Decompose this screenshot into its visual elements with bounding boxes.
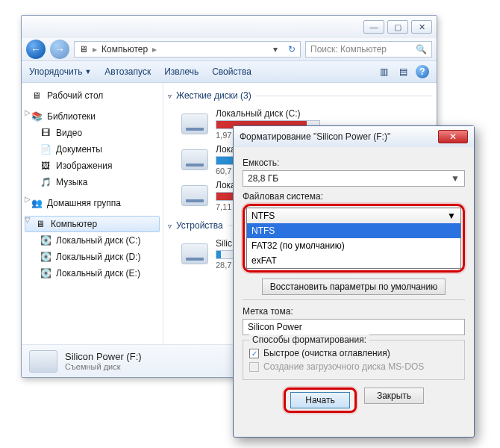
address-bar-row: ← → 🖥 ▸ Компьютер ▸ ▾ ↻ Поиск: Компьютер…	[22, 38, 437, 60]
format-methods-group: Способы форматирования: ✓ Быстрое (очист…	[243, 340, 465, 380]
chevron-icon[interactable]: ▷	[25, 108, 31, 116]
checkbox-disabled-icon	[249, 362, 259, 372]
nav-forward-button[interactable]: →	[50, 40, 69, 59]
dropdown-icon: ▼	[451, 173, 460, 184]
explorer-toolbar: Упорядочить▼ Автозапуск Извлечь Свойства…	[22, 60, 437, 83]
filesystem-select-open[interactable]: NTFS ▼ NTFS FAT32 (по умолчанию) exFAT	[246, 208, 461, 269]
extract-button[interactable]: Извлечь	[164, 66, 199, 77]
dialog-titlebar[interactable]: Форматирование "Silicon Power (F:)" ✕	[234, 126, 474, 147]
status-drive-name: Silicon Power (F:)	[65, 351, 142, 362]
category-label: Устройства	[176, 220, 223, 231]
format-dialog: Форматирование "Silicon Power (F:)" ✕ Ем…	[233, 125, 475, 438]
dialog-title-text: Форматирование "Silicon Power (F:)"	[240, 131, 390, 142]
quick-format-label: Быстрое (очистка оглавления)	[263, 348, 390, 358]
sidebar-label: Локальный диск (C:)	[56, 235, 141, 246]
capacity-value: 28,8 ГБ	[248, 173, 278, 184]
drive-icon: 💽	[40, 267, 51, 279]
sidebar-item-libraries[interactable]: 📚 Библиотеки	[22, 108, 163, 125]
properties-button[interactable]: Свойства	[212, 66, 251, 77]
drive-icon	[181, 113, 208, 134]
sidebar-item-computer[interactable]: 🖥 Компьютер	[25, 216, 160, 232]
sidebar-label: Домашняя группа	[47, 198, 121, 208]
collapse-icon: ▿	[168, 92, 172, 100]
computer-icon: 🖥	[34, 218, 46, 230]
fs-option-exfat[interactable]: exFAT	[247, 253, 460, 268]
sidebar-item-drive-c[interactable]: 💽Локальный диск (C:)	[22, 232, 163, 249]
sidebar-item-drive-d[interactable]: 💽Локальный диск (D:)	[22, 249, 163, 265]
sidebar-label: Изображения	[56, 161, 112, 171]
msdos-boot-checkbox-row: Создание загрузочного диска MS-DOS	[249, 360, 458, 373]
close-dialog-button[interactable]: Закрыть	[364, 388, 424, 404]
music-icon: 🎵	[40, 176, 51, 188]
help-icon[interactable]: ?	[416, 65, 429, 78]
highlight-start: Начать	[284, 388, 357, 413]
search-input[interactable]: Поиск: Компьютер 🔍	[305, 41, 432, 57]
sidebar-label: Документы	[56, 144, 102, 155]
view-icon[interactable]: ▥	[377, 65, 390, 78]
minimize-button[interactable]: —	[363, 20, 384, 34]
collapse-icon: ▿	[168, 222, 172, 230]
drive-icon	[29, 350, 57, 373]
computer-icon: 🖥	[79, 44, 88, 55]
highlight-filesystem: NTFS ▼ NTFS FAT32 (по умолчанию) exFAT	[243, 204, 465, 273]
category-hard-drives[interactable]: ▿ Жесткие диски (3)	[168, 89, 432, 105]
drive-name: Локальный диск (C:)	[216, 108, 432, 119]
images-icon: 🖼	[40, 160, 51, 172]
sidebar-item-images[interactable]: 🖼Изображения	[22, 158, 163, 174]
volume-label-input[interactable]: Silicon Power	[243, 319, 465, 335]
sidebar-label: Библиотеки	[47, 111, 96, 122]
chevron-down-icon[interactable]: ▽	[25, 216, 31, 224]
dialog-close-button[interactable]: ✕	[438, 130, 468, 143]
sidebar-label: Видео	[56, 128, 82, 138]
volume-label-value: Silicon Power	[248, 322, 302, 332]
sidebar-label: Музыка	[56, 177, 87, 187]
drive-icon: 💽	[40, 251, 51, 263]
breadcrumb-sep-icon: ▸	[152, 44, 157, 55]
address-dropdown-icon[interactable]: ▾	[273, 44, 278, 55]
sidebar-item-desktop[interactable]: 🖥 Рабочий стол	[22, 87, 163, 104]
capacity-select[interactable]: 28,8 ГБ ▼	[243, 170, 465, 187]
category-label: Жесткие диски (3)	[176, 90, 251, 101]
fs-option-fat32[interactable]: FAT32 (по умолчанию)	[247, 238, 460, 253]
filesystem-selected[interactable]: NTFS ▼	[247, 208, 460, 223]
refresh-icon[interactable]: ↻	[288, 44, 296, 55]
sidebar-label: Локальный диск (E:)	[56, 268, 140, 279]
checkbox-checked-icon[interactable]: ✓	[249, 349, 259, 358]
sidebar-item-drive-e[interactable]: 💽Локальный диск (E:)	[22, 265, 163, 281]
chevron-icon[interactable]: ▷	[25, 195, 31, 203]
sidebar-label: Локальный диск (D:)	[56, 252, 141, 262]
restore-defaults-button[interactable]: Восстановить параметры по умолчанию	[262, 279, 446, 295]
sidebar-item-video[interactable]: 🎞Видео	[22, 125, 163, 141]
close-button[interactable]: ✕	[411, 20, 432, 34]
nav-back-button[interactable]: ←	[26, 40, 46, 59]
search-placeholder: Поиск: Компьютер	[310, 44, 387, 55]
fs-option-ntfs[interactable]: NTFS	[247, 223, 460, 238]
sidebar-item-music[interactable]: 🎵Музыка	[22, 174, 163, 190]
sidebar-item-documents[interactable]: 📄Документы	[22, 141, 163, 158]
search-icon: 🔍	[416, 44, 427, 55]
dropdown-icon: ▼	[447, 211, 456, 221]
preview-pane-icon[interactable]: ▤	[396, 65, 410, 78]
organize-menu[interactable]: Упорядочить▼	[29, 66, 91, 77]
breadcrumb-location[interactable]: Компьютер	[101, 44, 148, 55]
capacity-label: Емкость:	[243, 158, 465, 168]
libraries-icon: 📚	[31, 111, 43, 122]
navigation-pane: 🖥 Рабочий стол ▷ 📚 Библиотеки 🎞Видео 📄До…	[22, 83, 163, 344]
documents-icon: 📄	[40, 143, 51, 155]
sidebar-label: Компьютер	[51, 219, 97, 229]
status-drive-type: Съемный диск	[65, 362, 142, 371]
maximize-button[interactable]: ▢	[387, 20, 408, 34]
address-bar[interactable]: 🖥 ▸ Компьютер ▸ ▾ ↻	[74, 41, 301, 57]
autoplay-button[interactable]: Автозапуск	[104, 66, 151, 77]
explorer-titlebar: — ▢ ✕	[22, 16, 437, 38]
drive-icon: 💽	[40, 234, 51, 246]
drive-icon	[181, 243, 208, 264]
start-button[interactable]: Начать	[290, 392, 350, 408]
msdos-boot-label: Создание загрузочного диска MS-DOS	[263, 361, 424, 372]
sidebar-label: Рабочий стол	[47, 90, 103, 101]
breadcrumb-sep-icon: ▸	[93, 44, 97, 55]
sidebar-item-homegroup[interactable]: 👥 Домашняя группа	[22, 195, 163, 211]
drive-icon	[181, 149, 208, 170]
desktop-icon: 🖥	[31, 90, 43, 102]
quick-format-checkbox-row[interactable]: ✓ Быстрое (очистка оглавления)	[249, 346, 458, 360]
